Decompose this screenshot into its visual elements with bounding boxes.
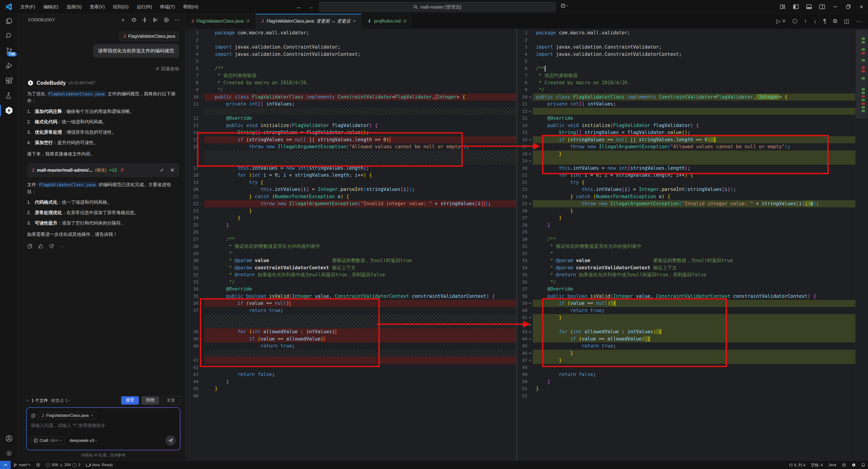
java-status-item[interactable]: Java: Ready — [83, 461, 116, 469]
code-line[interactable]: 45} — [185, 385, 516, 393]
code-line[interactable]: 11 private int[] intValues; — [518, 101, 855, 108]
code-line[interactable]: 20 this.intValues = new int[stringValues… — [518, 165, 855, 172]
code-line[interactable]: 22- throw new IllegalArgumentException("… — [185, 200, 516, 207]
code-line[interactable]: 5 — [185, 58, 516, 65]
map-icon[interactable]: ⧉ — [833, 18, 837, 24]
editor-tab[interactable]: ⬇projRules.mdU — [362, 13, 412, 29]
code-line[interactable]: 11 private int[] intValues; — [185, 101, 516, 108]
code-line[interactable]: 18+ } — [518, 150, 855, 158]
code-line[interactable]: 29 * — [185, 250, 516, 257]
tab-close-icon[interactable]: × — [353, 19, 355, 24]
diff-filler-line[interactable] — [185, 150, 516, 158]
code-line[interactable]: 23 } — [185, 207, 516, 214]
diff-modified-pane[interactable]: 1package com.macro.mall.validator;23impo… — [518, 29, 855, 461]
scissors-icon[interactable] — [153, 17, 158, 23]
code-line[interactable]: 30 /** — [518, 236, 855, 243]
code-line[interactable]: 27 } — [518, 214, 855, 222]
code-line[interactable]: 26 — [185, 229, 516, 236]
thumbs-up-icon[interactable] — [38, 243, 43, 249]
code-line[interactable]: 27 /** — [185, 236, 516, 243]
code-line[interactable]: 13 public void initialize(FlagValidator … — [185, 122, 516, 129]
menu-item[interactable]: 转到(G) — [110, 2, 132, 11]
menu-item[interactable]: 运行(R) — [133, 2, 156, 11]
code-line[interactable]: 44+ if (value == allowedValue) { — [518, 335, 855, 343]
code-line[interactable]: 25+ throw new IllegalArgumentException("… — [518, 200, 855, 207]
codebuddy-status-icon[interactable] — [849, 461, 859, 469]
accept-file-icon[interactable]: ✓ — [160, 167, 164, 173]
code-line[interactable]: 32 * @return 如果值在允许列表中或为null则返回true，否则返回… — [185, 271, 516, 278]
code-line[interactable]: 14 public void initialize(FlagValidator … — [518, 122, 855, 129]
code-line[interactable]: 28 * 验证给定的整数值是否在允许的值列表中 — [185, 243, 516, 250]
diff-filler-line[interactable] — [185, 350, 516, 357]
code-line[interactable]: 16 throw new IllegalArgumentException("A… — [185, 143, 516, 150]
code-line[interactable]: 21 } catch (NumberFormatException e) { — [185, 193, 516, 200]
indentation[interactable]: 空格: 4 — [808, 461, 826, 469]
codebuddy-icon[interactable] — [0, 103, 18, 118]
more-actions-icon[interactable]: ⋯ — [175, 17, 180, 23]
mention-icon[interactable]: @ — [31, 413, 36, 418]
code-line[interactable]: 25 } — [185, 222, 516, 229]
reject-button[interactable]: 拒绝 — [142, 396, 159, 405]
code-line[interactable]: 9 */ — [518, 86, 855, 94]
copy-icon[interactable] — [27, 243, 33, 249]
send-button[interactable] — [165, 435, 176, 446]
reject-file-icon[interactable]: ✕ — [170, 167, 175, 173]
publish-changes-button[interactable] — [33, 461, 43, 469]
code-line[interactable]: 4import javax.validation.ConstraintValid… — [518, 51, 855, 58]
menu-item[interactable]: 选择(S) — [63, 2, 85, 11]
history-icon[interactable] — [131, 17, 136, 23]
chevron-right-icon[interactable]: › — [27, 398, 28, 403]
checkpoint-label[interactable]: 检查点 1 › — [51, 398, 70, 403]
git-branch-item[interactable]: main*+ — [11, 461, 33, 469]
code-line[interactable]: 52 — [518, 393, 855, 400]
code-line[interactable]: 1package com.macro.mall.validator; — [185, 29, 516, 37]
code-line[interactable]: 6/** — [518, 65, 855, 72]
code-line[interactable]: 30 * @param value 要验证的整数值，为null时返回true — [185, 257, 516, 264]
panel-settings-icon[interactable] — [164, 17, 169, 23]
notifications-bell-icon[interactable] — [859, 461, 868, 469]
code-line[interactable]: 32 * — [518, 250, 855, 257]
testing-icon[interactable] — [0, 88, 18, 103]
code-line[interactable]: 47+ } — [518, 357, 855, 364]
code-line[interactable]: 29 — [518, 229, 855, 236]
code-line[interactable]: 18 for (int i = 0; i < stringValues.leng… — [185, 172, 516, 179]
code-line[interactable]: 33 * @param value 要验证的整数值，为null时返回true — [518, 257, 855, 264]
code-line[interactable]: 41+ } — [518, 314, 855, 321]
code-line[interactable]: 40 return true; — [185, 342, 516, 350]
code-line[interactable]: 24 } — [185, 214, 516, 222]
explorer-icon[interactable] — [0, 13, 18, 29]
code-line[interactable]: 2 — [185, 37, 516, 44]
diff-filler-line[interactable] — [185, 108, 516, 115]
open-in-editor-icon[interactable] — [142, 17, 147, 23]
toggle-panel-icon[interactable] — [802, 0, 815, 13]
toggle-secondary-sidebar-icon[interactable] — [815, 0, 829, 13]
code-line[interactable]: 36- if (value == null) — [185, 300, 516, 307]
menu-item[interactable]: 终端(T) — [156, 2, 179, 11]
code-line[interactable]: 37 return true; — [185, 307, 516, 314]
diff-filler-line[interactable] — [185, 314, 516, 321]
minimize-button[interactable] — [829, 0, 842, 13]
code-line[interactable]: 37 @Override — [518, 286, 855, 293]
cursor-position[interactable]: 行 6, 列 4 — [786, 461, 808, 469]
account-icon[interactable] — [0, 431, 18, 446]
context-file-chip[interactable]: J FlagValidatorClass.java — [119, 32, 179, 41]
nav-forward-icon[interactable]: → — [308, 3, 314, 10]
menu-item[interactable]: 编辑(E) — [40, 2, 62, 11]
code-line[interactable]: 50 } — [518, 378, 855, 386]
codebuddy-action-icon[interactable]: ⬡ — [792, 18, 797, 24]
code-line[interactable]: 2 — [518, 37, 855, 44]
code-line[interactable]: 38- for (int allowedValue : intValues) — [185, 328, 516, 335]
code-line[interactable]: 5 — [518, 58, 855, 65]
code-line[interactable]: 20 this.intValues[i] = Integer.parseInt(… — [185, 186, 516, 193]
code-line[interactable]: 12+ — [518, 108, 855, 115]
thumbs-down-icon[interactable] — [49, 243, 54, 249]
run-button[interactable]: ▷ ˅ — [776, 18, 785, 24]
code-line[interactable]: 34 * @param constraintValidatorContext 验… — [518, 264, 855, 272]
split-editor-icon[interactable]: ◫ — [844, 18, 849, 24]
toggle-sidebar-icon[interactable] — [789, 0, 802, 13]
code-line[interactable]: 23 this.intValues[i] = Integer.parseInt(… — [518, 186, 855, 193]
minimap[interactable] — [855, 29, 868, 461]
code-line[interactable]: 3import javax.validation.ConstraintValid… — [185, 44, 516, 51]
code-line[interactable]: 1package com.macro.mall.validator; — [518, 29, 855, 37]
code-line[interactable]: 51} — [518, 385, 855, 393]
